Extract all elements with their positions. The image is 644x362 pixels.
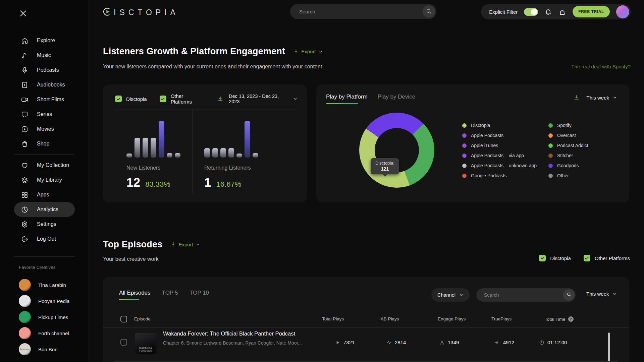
metric-engage-plays: 1349 — [439, 340, 459, 345]
legend-dot — [462, 123, 467, 128]
chevron-down-icon — [293, 97, 298, 101]
new-listeners-bar-chart — [126, 110, 180, 158]
column-header-trueplays: TruePlays — [491, 316, 512, 321]
explicit-filter-toggle[interactable] — [524, 8, 538, 16]
avatar — [19, 327, 31, 339]
sidebar-item-label: Settings — [37, 221, 56, 227]
episodes-search-input[interactable] — [476, 292, 563, 298]
checkbox-checked[interactable] — [160, 96, 166, 102]
logo-text: ISCTOPIA — [114, 8, 179, 17]
sidebar-item-apps[interactable]: Apps — [14, 187, 75, 202]
sidebar-divider — [14, 154, 74, 155]
platform-tab-play-by-platform[interactable]: Play by Platform — [326, 94, 368, 104]
metric-true-plays: 4912 — [495, 340, 514, 345]
check-icon — [116, 97, 121, 101]
table-scrollbar[interactable] — [608, 333, 610, 361]
sidebar-item-analytics[interactable]: Analytics — [14, 202, 75, 217]
episodes-tab-top-5[interactable]: TOP 5 — [162, 290, 178, 300]
free-trial-button[interactable]: FREE TRIAL — [573, 6, 610, 17]
episode-title[interactable]: Wakanda Forever: The Official Black Pant… — [163, 330, 302, 337]
legend-label: Podcast Addict — [557, 143, 588, 148]
sidebar-item-settings[interactable]: Settings — [14, 217, 75, 232]
episodes-search-button[interactable] — [563, 289, 575, 301]
shopping-bag-icon — [21, 140, 29, 148]
select-all-checkbox[interactable] — [120, 316, 127, 322]
checkbox-checked[interactable] — [115, 96, 122, 102]
platform-period-selector[interactable]: This week — [574, 95, 617, 101]
sidebar-close-button[interactable] — [18, 9, 28, 18]
favorite-creative-tina-larabin[interactable]: Tina Larabin — [19, 277, 86, 293]
channel-dropdown[interactable]: Channel — [431, 288, 470, 302]
legend-item-overcast: Overcast — [548, 130, 588, 140]
help-question-icon[interactable]: ? — [568, 316, 574, 322]
episode-row-checkbox[interactable] — [120, 339, 127, 346]
bar-segment — [159, 121, 164, 158]
sidebar-item-my-collection[interactable]: My Collection — [14, 158, 75, 173]
episode-row[interactable]: Wakanda Forever: The Official Black Pant… — [163, 330, 302, 346]
sidebar-nav-secondary: My CollectionMy LibraryAppsAnalyticsSett… — [0, 158, 89, 246]
disctopia-logo[interactable]: ISCTOPIA — [103, 7, 179, 18]
sidebar-item-label: Movies — [37, 126, 54, 132]
episodes-tab-top-10[interactable]: TOP 10 — [190, 290, 209, 300]
clock-icon — [539, 340, 544, 345]
checkbox-checked[interactable] — [584, 255, 590, 261]
bar-segment — [151, 138, 156, 158]
checkbox-label: Other Platforms — [595, 255, 630, 261]
favorite-creative-name: Forth channel — [38, 330, 69, 336]
notifications-bell-icon[interactable] — [544, 8, 552, 16]
sidebar-item-podcasts[interactable]: Podcasts — [14, 63, 75, 77]
sidebar-item-label: Short Films — [37, 97, 64, 103]
platform-donut-chart: Disctopia: 121 — [359, 113, 434, 188]
metric-value: 4912 — [503, 340, 514, 345]
favorite-creative-bon-bon[interactable]: bon tonBon Bon — [19, 341, 86, 357]
user-avatar[interactable] — [616, 5, 629, 18]
sidebar-item-series[interactable]: Series — [14, 107, 75, 122]
checkbox-checked[interactable] — [539, 255, 546, 261]
spotify-deal-link[interactable]: The real deal with Spotify? — [571, 64, 631, 69]
search-button[interactable] — [423, 5, 435, 18]
bar-segment — [135, 138, 140, 158]
episodes-filter-other-platforms[interactable]: Other Platforms — [584, 255, 630, 261]
episodes-tab-all-episodes[interactable]: All Episodes — [119, 290, 151, 300]
favorite-creative-pooyan-pedia[interactable]: Pooyan Pedia — [19, 293, 86, 309]
toggle-knob — [531, 9, 537, 15]
sidebar-item-label: Explore — [37, 38, 55, 44]
pie-chart-icon — [21, 206, 29, 214]
favorite-creative-name: Pickup Limes — [38, 314, 68, 320]
episodes-period-selector[interactable]: This week — [586, 291, 617, 297]
search-input[interactable] — [290, 9, 423, 14]
sidebar-item-explore[interactable]: Explore — [14, 33, 75, 48]
growth-export-button[interactable]: Export — [293, 49, 323, 54]
chevron-down-icon — [612, 292, 617, 296]
sidebar-item-short-films[interactable]: Short Films — [14, 92, 75, 107]
avatar: bon ton — [19, 343, 31, 355]
sidebar-item-movies[interactable]: Movies — [14, 122, 75, 136]
favorite-creative-pickup-limes[interactable]: Pickup Limes — [19, 309, 86, 325]
legend-column-1: DisctopiaApple PodcastsApple iTunesApple… — [462, 120, 537, 181]
returning-listeners-panel: Returning Listeners 1 16.67% — [192, 110, 307, 202]
topbar-right-cluster: Explicit Filter FREE TRIAL — [481, 4, 631, 19]
date-range-selector[interactable]: Dec 13, 2023 - Dec 23, 2023 — [217, 94, 298, 104]
growth-filter-disctopia[interactable]: Disctopia — [115, 96, 147, 102]
avatar — [19, 295, 31, 307]
sidebar-item-audiobooks[interactable]: Audiobooks — [14, 77, 75, 92]
sidebar-item-label: My Library — [37, 177, 62, 183]
episodes-filter-disctopia[interactable]: Disctopia — [539, 255, 571, 261]
sidebar-item-my-library[interactable]: My Library — [14, 173, 75, 187]
growth-filter-other-platforms[interactable]: Other Platforms — [160, 93, 205, 105]
donut-ring[interactable] — [359, 113, 434, 188]
sidebar-item-music[interactable]: Music — [14, 48, 75, 63]
metric-iab-plays: 2814 — [386, 340, 406, 345]
favorite-creative-forth-channel[interactable]: Forth channel — [19, 325, 86, 341]
returning-listeners-bar-chart — [204, 110, 258, 158]
stat-label: Returning Listeners — [204, 165, 251, 171]
home-icon — [21, 37, 29, 45]
legend-label: Apple Podcasts – via app — [471, 153, 524, 158]
episodes-export-button[interactable]: Export — [170, 242, 200, 247]
sidebar-item-shop[interactable]: Shop — [14, 136, 75, 151]
platform-tab-play-by-device[interactable]: Play by Device — [378, 94, 415, 104]
cart-bag-icon[interactable] — [558, 8, 566, 16]
episodes-search — [476, 288, 576, 302]
check-icon — [540, 256, 545, 260]
sidebar-item-log-out[interactable]: Log Out — [14, 232, 75, 246]
